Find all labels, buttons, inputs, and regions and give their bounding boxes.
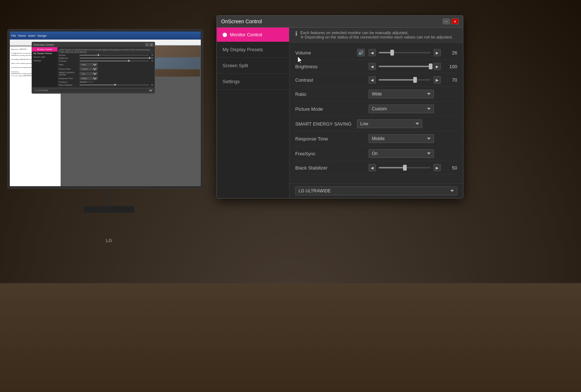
word-ribbon: File Home Insert Design [10,32,201,40]
brightness-decrease-btn[interactable]: ◀ [369,63,376,70]
volume-decrease-btn[interactable]: ◀ [369,49,376,56]
small-osc-title: OnScreen Control [33,44,54,46]
volume-row: Volume 🔊 ◀ ▶ 26 [295,46,457,60]
brightness-row: Brightness ◀ ▶ 100 [295,60,457,73]
small-monitor-control-btn[interactable]: Monitor Control [32,47,57,52]
small-minimize-btn[interactable]: ─ [145,43,149,46]
main-close-btn[interactable]: ✕ [451,19,459,24]
brightness-slider-thumb[interactable] [429,64,432,69]
word-home: Home [18,34,26,37]
main-nav-split[interactable]: Screen Split [217,58,289,74]
ratio-select[interactable]: Wide 4:3 Original [369,90,434,98]
freesync-select[interactable]: On Off [369,149,434,158]
small-monitor-select[interactable]: LG ULTRAWIDE [33,88,154,93]
monitor-control-label: Monitor Control [230,32,262,37]
main-osc-content-area: ℹ Each features on selected monitor can … [289,28,463,198]
contrast-increase-btn[interactable]: ▶ [434,76,441,83]
brightness-slider-track[interactable] [379,66,431,67]
desk-surface [0,283,581,392]
small-blackstab-label: Black Stabilizer [59,84,79,86]
main-osc-footer: LG ULTRAWIDE [289,183,463,198]
black-stabilizer-decrease-btn[interactable]: ◀ [369,164,376,171]
response-time-select[interactable]: Middle Fast Faster [369,134,434,143]
freesync-dropdown-container: On Off [369,149,457,158]
contrast-slider-track[interactable] [379,79,431,81]
small-picmode-row: Picture Mode Custom [58,67,154,71]
small-onscreen-control: OnScreen Control ─ ✕ Monitor Control My … [32,42,155,94]
small-close-btn[interactable]: ✕ [150,43,153,46]
main-minimize-btn[interactable]: ─ [443,19,450,24]
small-nav-settings[interactable]: Settings [32,59,57,62]
brightness-increase-btn[interactable]: ▶ [434,63,441,70]
contrast-decrease-btn[interactable]: ◀ [369,76,376,83]
small-picmode-label: Picture Mode [59,68,79,70]
small-volume-slider[interactable] [80,55,149,56]
black-stabilizer-slider-fill [379,167,405,168]
monitor-body: File Home Insert Design Agreement - (MER… [7,29,203,189]
monitor-base [84,206,134,213]
main-osc-body: Monitor Control My Display Presets Scree… [217,28,463,198]
small-ratio-select[interactable]: Wide [80,63,98,66]
black-stabilizer-slider-container: ◀ ▶ [369,164,441,171]
volume-icon: 🔊 [357,49,365,57]
small-osc-info: ℹ Each features on selected monitor can … [58,48,154,54]
volume-slider-thumb[interactable] [390,50,394,56]
main-osc-title: OnScreen Control [221,19,262,24]
small-brightness-slider[interactable] [80,58,149,58]
smart-energy-label: SMART ENERGY SAVING [295,121,353,127]
monitor-select[interactable]: LG ULTRAWIDE [295,187,457,195]
small-blackstab-value: 50 [150,84,153,86]
volume-value: 26 [444,50,457,56]
small-nav-split[interactable]: Screen Split [32,55,57,59]
volume-increase-btn[interactable]: ▶ [434,49,441,56]
contrast-row: Contrast ◀ ▶ 70 [295,73,457,87]
word-design: Design [37,34,46,37]
small-osc-body: Monitor Control My Display Presets Scree… [32,47,155,87]
picture-mode-select[interactable]: Custom Standard Movie [369,105,434,113]
small-energy-label: SMART ENERGY SAVING [59,72,79,76]
small-osc-content: ℹ Each features on selected monitor can … [57,47,155,87]
black-stabilizer-slider-track[interactable] [379,167,431,168]
black-stabilizer-increase-btn[interactable]: ▶ [434,164,441,171]
small-response-label: Response Time [59,77,79,79]
main-osc-controls: Volume 🔊 ◀ ▶ 26 Brightness [289,43,463,183]
small-freesync-label: FreeSync [59,81,79,83]
small-contrast-label: Contrast [59,60,79,62]
small-blackstab-row: Black Stabilizer 50 [58,83,154,86]
monitor-stand [108,189,110,207]
info-text-line2: ※ Depending on the status of the connect… [300,35,452,40]
main-nav-presets[interactable]: My Display Presets [217,42,289,58]
info-icon: ℹ [295,30,297,37]
smart-energy-dropdown-container: Low Medium High Off [357,119,457,128]
small-ratio-row: Ratio Wide [58,62,154,67]
small-nav-presets[interactable]: My Display Presets [32,52,57,55]
small-ratio-label: Ratio [59,64,79,66]
brightness-label: Brightness [295,64,353,69]
contrast-slider-thumb[interactable] [413,77,417,83]
small-picmode-select[interactable]: Custom [80,67,98,71]
ratio-label: Ratio [295,91,353,97]
smart-energy-select[interactable]: Low Medium High Off [357,119,422,128]
main-osc-titlebar: OnScreen Control ─ ✕ [217,16,463,28]
small-energy-row: SMART ENERGY SAVING Low [58,71,154,76]
small-contrast-slider[interactable] [80,61,149,61]
small-freesync-row: FreeSync [58,81,154,83]
main-nav-settings[interactable]: Settings [217,74,289,90]
freesync-row: FreeSync On Off [295,146,457,161]
brightness-slider-fill [379,66,431,67]
small-freesync-slider[interactable] [80,82,94,82]
main-monitor-control-btn[interactable]: Monitor Control [217,28,289,42]
small-energy-select[interactable]: Low [80,72,98,75]
small-blackstab-slider[interactable] [80,85,149,85]
freesync-label: FreeSync [295,151,353,156]
small-volume-row: Volume 26 [58,54,154,57]
word-file: File [11,34,16,37]
volume-slider-track[interactable] [379,52,431,53]
small-brightness-label: Brightness [59,57,79,59]
smart-energy-row: SMART ENERGY SAVING Low Medium High Off [295,117,457,131]
ratio-dropdown-container: Wide 4:3 Original [369,90,457,98]
black-stabilizer-slider-thumb[interactable] [403,165,407,171]
small-osc-sidebar: Monitor Control My Display Presets Scree… [32,47,57,87]
small-response-row: Response Time Middle [58,76,154,81]
small-response-select[interactable]: Middle [80,77,98,80]
